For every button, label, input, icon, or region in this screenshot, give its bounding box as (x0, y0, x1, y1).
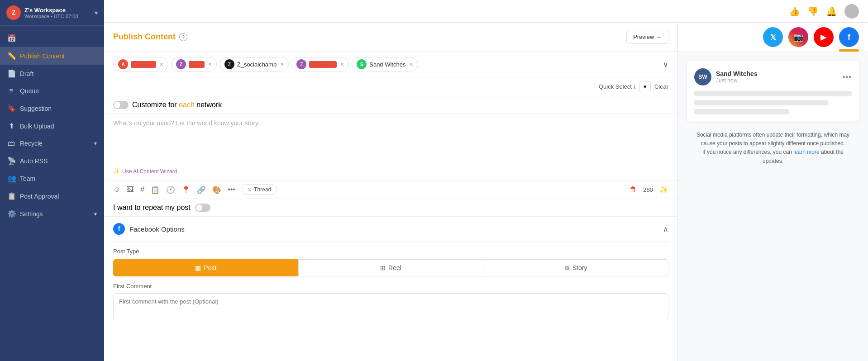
sidebar-item-queue[interactable]: ≡ Queue (0, 82, 104, 100)
post-type-story-button[interactable]: ⊕ Story (483, 259, 668, 276)
char-count: 280 (643, 186, 653, 193)
sidebar-item-draft[interactable]: 📄 Draft (0, 65, 104, 82)
help-icon[interactable]: ? (179, 33, 187, 41)
workspace-subtitle: Workspace • UTC-07:00 (24, 14, 91, 19)
fb-preview-header: SW Sand Witches Just now ••• (694, 68, 852, 86)
page-title: Publish Content (113, 32, 176, 42)
sidebar-item-auto-rss[interactable]: 📡 Auto RSS (0, 152, 104, 170)
quick-select-info-icon[interactable]: ℹ (634, 84, 636, 90)
sidebar-item-calendar[interactable]: 📅 (0, 29, 104, 47)
sidebar-item-label-auto-rss: Auto RSS (20, 157, 48, 165)
facebook-options-collapse-icon[interactable]: ∧ (663, 225, 668, 233)
chevron-down-icon: ▾ (644, 83, 647, 90)
workspace-header[interactable]: Z Z's Workspace Workspace • UTC-07:00 ▾ (0, 0, 104, 26)
account-remove-3[interactable]: × (280, 61, 284, 68)
sidebar-item-post-approval[interactable]: 📋 Post Approval (0, 187, 104, 205)
post-type-section: Post Type ▦ Post ⊞ Reel ⊕ (113, 242, 668, 283)
account-chip-1: A Redacted × (113, 57, 168, 71)
center-panel: Publish Content ? Preview → A Redacted × (104, 23, 678, 361)
customize-row: Customize for each network (104, 96, 677, 114)
location-icon[interactable]: 📍 (181, 185, 191, 194)
queue-icon: ≡ (7, 87, 15, 95)
post-type-reel-button[interactable]: ⊞ Reel (298, 259, 483, 276)
account-chip-4: Z XXXXXXX × (291, 57, 349, 71)
more-toolbar-icon[interactable]: ••• (228, 185, 235, 194)
social-tabs: 𝕏 📷 ▶ f (678, 23, 868, 52)
image-icon[interactable]: 🖼 (127, 185, 134, 194)
bulk-upload-icon: ⬆ (7, 122, 15, 130)
facebook-options-title: f Facebook Options (113, 223, 185, 235)
user-avatar[interactable] (844, 4, 859, 19)
post-type-story-icon: ⊕ (564, 264, 570, 271)
preview-button[interactable]: Preview → (626, 30, 668, 44)
recycle-chevron-icon: ▾ (94, 140, 97, 147)
preview-notice-prefix: If you notice any differences, you can (702, 149, 792, 155)
accounts-expand-button[interactable]: ∨ (663, 60, 668, 69)
sidebar-item-label-publish: Publish Content (20, 52, 65, 60)
ai-wizard-button[interactable]: ✨ Use AI Content Wizard (113, 168, 668, 175)
link-icon[interactable]: 🔗 (197, 185, 206, 194)
account-remove-4[interactable]: × (340, 61, 344, 68)
magic-wand-icon[interactable]: ✨ (659, 185, 668, 194)
hashtag-icon[interactable]: # (140, 185, 144, 194)
fb-preview-line-3 (694, 109, 789, 114)
publish-icon: ✏️ (7, 52, 15, 60)
sidebar-item-publish[interactable]: ✏️ Publish Content (0, 47, 104, 65)
post-approval-icon: 📋 (7, 192, 15, 200)
twitter-thread-icon: 𝕏 (248, 187, 252, 193)
preview-notice-link[interactable]: learn more (793, 149, 819, 155)
account-remove-5[interactable]: × (409, 61, 413, 68)
post-toolbar: ☺ 🖼 # 📋 🕐 📍 🔗 🎨 ••• 𝕏 Thread 🗑 280 (104, 180, 677, 199)
sidebar-item-recycle[interactable]: 🗃 Recycle ▾ (0, 135, 104, 152)
emoji-icon[interactable]: ☺ (113, 185, 120, 194)
team-icon: 👥 (7, 174, 15, 183)
workspace-dropdown-icon[interactable]: ▾ (95, 9, 98, 16)
post-type-buttons: ▦ Post ⊞ Reel ⊕ Story (113, 259, 668, 276)
first-comment-input[interactable] (113, 293, 668, 320)
thread-button[interactable]: 𝕏 Thread (242, 184, 277, 195)
workspace-name: Z's Workspace (24, 7, 91, 14)
feedback-icon[interactable]: 👍 (789, 6, 800, 17)
app-icon[interactable]: 🎨 (212, 185, 221, 194)
fb-preview-more-icon[interactable]: ••• (842, 72, 852, 82)
repeat-post-label: I want to repeat my post (113, 204, 191, 212)
account-remove-1[interactable]: × (160, 61, 163, 68)
tab-instagram[interactable]: 📷 (788, 27, 808, 47)
sidebar-item-settings[interactable]: ⚙️ Settings ▾ (0, 205, 104, 223)
tab-twitter[interactable]: 𝕏 (763, 27, 783, 47)
repeat-post-toggle[interactable] (195, 204, 210, 212)
accounts-row: A Redacted × Z XXXX × Z Z_socialchamp (104, 52, 677, 77)
tab-facebook[interactable]: f (839, 27, 859, 47)
post-type-post-button[interactable]: ▦ Post (113, 259, 298, 276)
post-type-label: Post Type (113, 248, 668, 255)
post-type-post-label: Post (204, 264, 216, 271)
account-chip-5: S Sand Witches × (352, 57, 418, 71)
delete-icon[interactable]: 🗑 (630, 185, 637, 194)
facebook-options-header[interactable]: f Facebook Options ∧ (113, 217, 668, 242)
draft-icon: 📄 (7, 69, 15, 78)
account-label-2: XXXX (189, 61, 205, 68)
tab-youtube[interactable]: ▶ (814, 27, 834, 47)
clear-button[interactable]: Clear (654, 83, 668, 90)
clock-icon[interactable]: 🕐 (166, 185, 175, 194)
account-remove-2[interactable]: × (208, 61, 212, 68)
suggestion-icon: 🔖 (7, 104, 15, 113)
post-textarea[interactable] (113, 119, 668, 165)
thumbsdown-icon[interactable]: 👎 (807, 6, 819, 17)
facebook-options-section: f Facebook Options ∧ Post Type ▦ Post (104, 217, 677, 328)
first-comment-section: First Comment (113, 283, 668, 328)
fb-preview-user-info: Sand Witches Just now (716, 70, 758, 84)
active-tab-indicator (839, 49, 859, 51)
document-icon[interactable]: 📋 (151, 185, 160, 194)
sidebar: Z Z's Workspace Workspace • UTC-07:00 ▾ … (0, 0, 104, 361)
post-type-reel-icon: ⊞ (380, 264, 386, 271)
fb-preview-line-1 (694, 91, 852, 96)
quick-select-dropdown[interactable]: ▾ (639, 81, 651, 92)
auto-rss-icon: 📡 (7, 157, 15, 165)
notification-icon[interactable]: 🔔 (826, 6, 837, 17)
sidebar-item-team[interactable]: 👥 Team (0, 170, 104, 187)
sidebar-item-bulk-upload[interactable]: ⬆ Bulk Upload (0, 117, 104, 135)
post-type-reel-label: Reel (388, 264, 401, 271)
sidebar-item-suggestion[interactable]: 🔖 Suggestion (0, 100, 104, 117)
customize-toggle[interactable] (113, 101, 129, 109)
